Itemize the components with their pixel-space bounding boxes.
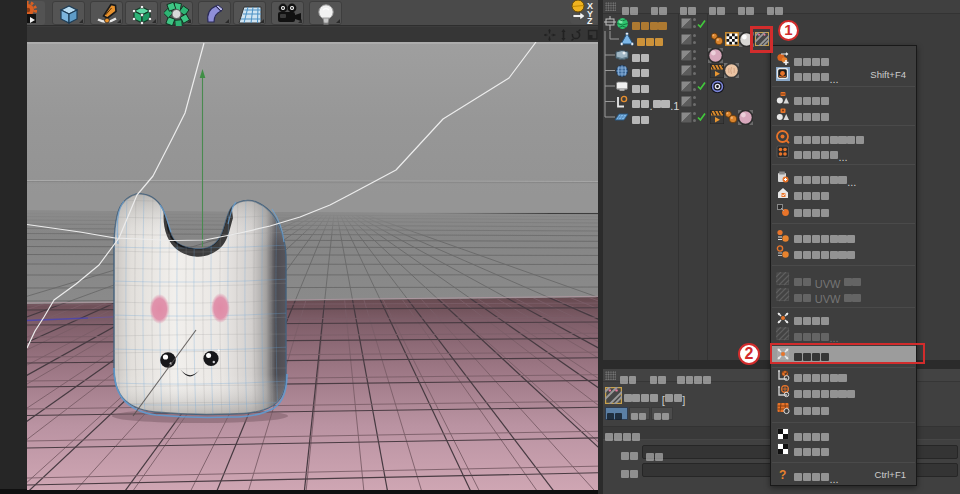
svg-text:Z: Z: [587, 16, 593, 25]
svg-text:?: ?: [779, 468, 786, 482]
